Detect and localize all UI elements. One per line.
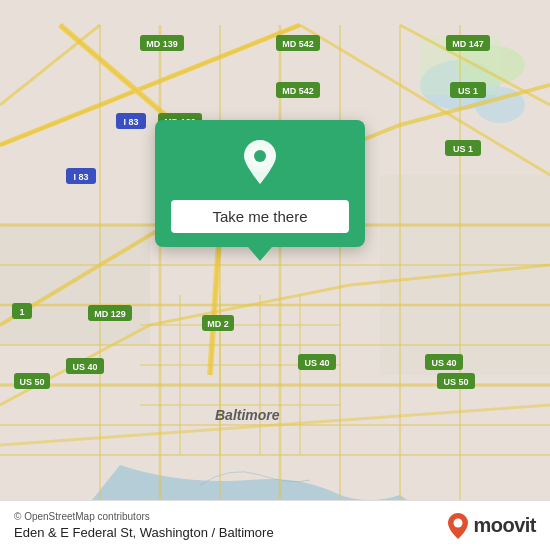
osm-attribution: © OpenStreetMap contributors xyxy=(14,511,274,522)
svg-text:US 1: US 1 xyxy=(458,86,478,96)
map-container: MD 139 MD 542 MD 147 MD 542 US 1 US 1 I … xyxy=(0,0,550,550)
svg-text:US 40: US 40 xyxy=(304,358,329,368)
moovit-brand-text: moovit xyxy=(473,514,536,537)
svg-text:US 50: US 50 xyxy=(19,377,44,387)
address-label: Eden & E Federal St, Washington / Baltim… xyxy=(14,525,274,540)
svg-text:MD 147: MD 147 xyxy=(452,39,484,49)
svg-text:1: 1 xyxy=(19,307,24,317)
svg-text:I 83: I 83 xyxy=(73,172,88,182)
svg-text:Baltimore: Baltimore xyxy=(215,407,280,423)
svg-text:MD 542: MD 542 xyxy=(282,39,314,49)
take-me-there-button[interactable]: Take me there xyxy=(171,200,349,233)
svg-text:MD 542: MD 542 xyxy=(282,86,314,96)
moovit-logo: moovit xyxy=(447,512,536,540)
svg-text:US 40: US 40 xyxy=(431,358,456,368)
svg-text:US 1: US 1 xyxy=(453,144,473,154)
svg-text:MD 129: MD 129 xyxy=(94,309,126,319)
bottom-bar: © OpenStreetMap contributors Eden & E Fe… xyxy=(0,500,550,550)
svg-text:MD 2: MD 2 xyxy=(207,319,229,329)
location-popup: Take me there xyxy=(155,120,365,247)
svg-rect-5 xyxy=(0,225,150,345)
svg-text:MD 139: MD 139 xyxy=(146,39,178,49)
moovit-pin-icon xyxy=(447,512,469,540)
map-background: MD 139 MD 542 MD 147 MD 542 US 1 US 1 I … xyxy=(0,0,550,550)
svg-point-68 xyxy=(454,518,463,527)
location-pin-icon xyxy=(240,138,280,190)
svg-text:US 40: US 40 xyxy=(72,362,97,372)
svg-text:I 83: I 83 xyxy=(123,117,138,127)
svg-point-67 xyxy=(254,150,266,162)
svg-text:US 50: US 50 xyxy=(443,377,468,387)
bottom-bar-info: © OpenStreetMap contributors Eden & E Fe… xyxy=(14,511,274,540)
